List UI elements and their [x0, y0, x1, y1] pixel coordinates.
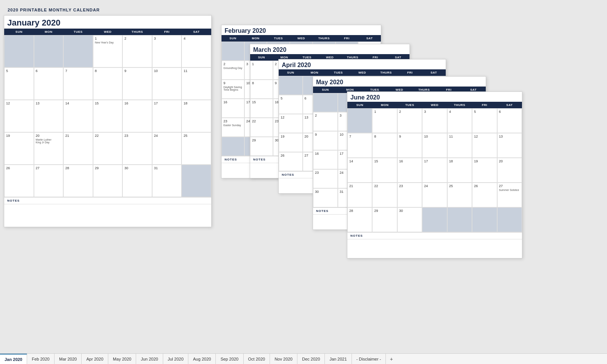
table-row: 6: [497, 108, 522, 133]
table-row: 21: [347, 183, 372, 207]
table-row: 1: [372, 108, 397, 133]
table-row: 23Easter Sunday: [222, 118, 244, 137]
table-row: 5: [4, 67, 34, 100]
tab-dec-2020[interactable]: Dec 2020: [297, 354, 325, 364]
table-row: 30: [313, 188, 338, 207]
apr-title: April 2020: [279, 59, 446, 69]
table-row: [63, 35, 93, 67]
jan-hdr-wed: WED: [93, 29, 123, 35]
table-row: [497, 207, 522, 232]
table-row: 15: [93, 100, 123, 132]
table-row: 8: [372, 133, 397, 158]
table-row: 27Summer Solstice: [497, 183, 522, 207]
calendar-june: June 2020 SUN MON TUES WED THURS FRI SAT…: [347, 91, 522, 258]
feb-header: SUN MON TUES WED THURS FRI SAT: [222, 35, 381, 42]
table-row: 7: [347, 133, 372, 158]
table-row: 19: [4, 132, 34, 165]
tab-may-2020[interactable]: May 2020: [108, 354, 136, 364]
table-row: [279, 76, 303, 95]
table-row: 14: [63, 100, 93, 132]
table-row: 28: [63, 165, 93, 197]
table-row: [447, 207, 472, 232]
table-row: 4: [447, 108, 472, 133]
table-row: 12: [279, 114, 303, 133]
table-row: [4, 35, 34, 67]
add-tab-button[interactable]: +: [386, 354, 397, 364]
tab-disclaimer[interactable]: - Disclaimer -: [352, 354, 386, 364]
table-row: 11: [181, 67, 211, 100]
apr-header: SUN MON TUES WED THURS FRI SAT: [279, 69, 446, 76]
mar-title: March 2020: [250, 44, 409, 54]
table-row: 10: [422, 133, 447, 158]
jan-hdr-fri: FRI: [152, 29, 182, 35]
table-row: 1: [250, 61, 273, 80]
table-row: 13: [497, 133, 522, 158]
tab-sep-2020[interactable]: Sep 2020: [216, 354, 243, 364]
table-row: 7: [63, 67, 93, 100]
tab-apr-2020[interactable]: Apr 2020: [82, 354, 108, 364]
jan-title: January 2020: [4, 16, 211, 29]
jan-header: SUN MON TUES WED THURS FRI SAT: [4, 29, 211, 35]
table-row: 9: [122, 67, 152, 100]
jan-hdr-tue: TUES: [63, 29, 93, 35]
table-row: 29: [250, 137, 273, 156]
tab-mar-2020[interactable]: Mar 2020: [55, 354, 82, 364]
table-row: 16: [397, 158, 422, 183]
table-row: 25: [447, 183, 472, 207]
table-row: 6: [34, 67, 64, 100]
tab-jan-2021[interactable]: Jan 2021: [325, 354, 352, 364]
table-row: 11: [447, 133, 472, 158]
tab-aug-2020[interactable]: Aug 2020: [188, 354, 216, 364]
table-row: 26: [4, 165, 34, 197]
tab-jan-2020[interactable]: Jan 2020: [0, 354, 27, 364]
table-row: [34, 35, 64, 67]
jun-notes: NOTES: [347, 232, 522, 239]
tab-bar: Jan 2020 Feb 2020 Mar 2020 Apr 2020 May …: [0, 353, 607, 364]
jun-header: SUN MON TUES WED THURS FRI SAT: [347, 102, 522, 108]
table-row: 23: [397, 183, 422, 207]
table-row: 15: [250, 99, 273, 118]
table-row: [347, 108, 372, 133]
table-row: 23: [313, 169, 338, 188]
jan-grid: 1New Year's Day 2 3 4 5 6 7 8 9 10 11 12…: [4, 35, 211, 197]
tab-oct-2020[interactable]: Oct 2020: [244, 354, 270, 364]
may-title: May 2020: [313, 77, 486, 87]
table-row: [472, 207, 497, 232]
tab-jul-2020[interactable]: Jul 2020: [163, 354, 189, 364]
table-row: 18: [447, 158, 472, 183]
calendar-january: January 2020 SUN MON TUES WED THURS FRI …: [4, 15, 212, 227]
table-row: 16: [313, 150, 338, 169]
table-row: 17: [152, 100, 182, 132]
jun-grid: 1 2 3 4 5 6 7 8 9 10 11 12 13 14 15 16 1…: [347, 108, 522, 232]
table-row: 30: [397, 207, 422, 232]
tab-feb-2020[interactable]: Feb 2020: [27, 354, 54, 364]
table-row: 13: [34, 100, 64, 132]
main-area: 2020 PRINTABLE MONTHLY CALENDAR January …: [0, 0, 607, 353]
table-row: 3: [422, 108, 447, 133]
tab-nov-2020[interactable]: Nov 2020: [270, 354, 297, 364]
table-row: 16: [122, 100, 152, 132]
table-row: [422, 207, 447, 232]
table-row: 24: [152, 132, 182, 165]
table-row: 4: [181, 35, 211, 67]
jan-notes: NOTES: [4, 197, 211, 204]
table-row: 15: [372, 158, 397, 183]
table-row: 20: [497, 158, 522, 183]
jun-title: June 2020: [347, 92, 522, 102]
table-row: 1New Year's Day: [93, 35, 123, 67]
table-row: 29: [372, 207, 397, 232]
tab-jun-2020[interactable]: Jun 2020: [136, 354, 163, 364]
table-row: 10: [152, 67, 182, 100]
table-row: [181, 165, 211, 197]
table-row: 30: [122, 165, 152, 197]
table-row: 16: [222, 99, 244, 118]
table-row: 19: [472, 158, 497, 183]
table-row: 8: [93, 67, 123, 100]
table-row: 9: [313, 131, 338, 150]
feb-title: February 2020: [222, 25, 381, 35]
jan-hdr-mon: MON: [34, 29, 64, 35]
table-row: 2: [122, 35, 152, 67]
table-row: [313, 93, 338, 112]
table-row: 12: [472, 133, 497, 158]
table-row: 29: [93, 165, 123, 197]
